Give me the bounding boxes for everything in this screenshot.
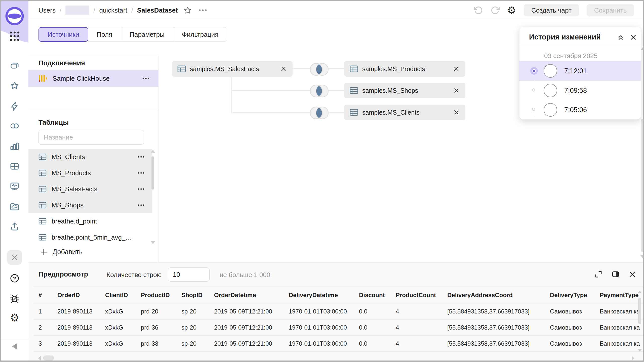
horizontal-scrollbar-thumb[interactable] xyxy=(43,355,54,360)
bug-report-button[interactable] xyxy=(1,292,28,303)
tables-list-scrollbar[interactable] xyxy=(151,149,155,245)
nav-editor[interactable] xyxy=(1,101,28,112)
nav-collections[interactable] xyxy=(1,60,28,71)
nav-export[interactable] xyxy=(1,221,28,233)
dataset-settings-button[interactable]: ⚙ xyxy=(507,5,516,15)
table-item-ms-products[interactable]: MS_Products xyxy=(28,165,152,181)
inner-join-icon[interactable] xyxy=(308,61,331,78)
scrollbar-thumb[interactable] xyxy=(641,119,644,252)
source-node-shops[interactable]: samples.MS_Shops xyxy=(344,83,465,98)
favorite-star-button[interactable] xyxy=(183,6,192,15)
table-more-button[interactable] xyxy=(126,154,146,159)
create-chart-button[interactable]: Создать чарт xyxy=(524,4,579,16)
apps-grid-button[interactable] xyxy=(1,30,28,42)
remove-source-button[interactable] xyxy=(453,65,460,72)
scroll-left-arrow[interactable] xyxy=(38,356,41,360)
scrollbar-thumb[interactable] xyxy=(151,156,154,190)
table-more-button[interactable] xyxy=(126,203,146,208)
close-icon xyxy=(454,66,459,71)
scroll-down-arrow[interactable] xyxy=(640,255,644,258)
row-count-input[interactable] xyxy=(168,267,210,282)
breadcrumb-more-button[interactable] xyxy=(198,9,207,12)
cell: 2019-890113 xyxy=(52,303,100,320)
table-icon xyxy=(38,218,47,225)
cell: 4 xyxy=(391,303,442,320)
remove-source-button[interactable] xyxy=(453,109,460,116)
breadcrumb-users[interactable]: Users xyxy=(38,7,56,14)
add-table-button[interactable]: Добавить xyxy=(38,248,84,256)
chevrons-up-icon xyxy=(617,33,625,41)
scroll-right-arrow[interactable] xyxy=(632,356,634,360)
table-item-ms-salesfacts[interactable]: MS_SalesFacts xyxy=(28,181,152,197)
close-panel-button[interactable] xyxy=(7,250,22,265)
folder-cloud-icon xyxy=(9,201,20,212)
nav-storage[interactable] xyxy=(1,201,28,212)
scroll-up-arrow[interactable] xyxy=(151,150,155,153)
history-entry-1[interactable]: 7:12:01 xyxy=(519,61,641,81)
collections-icon xyxy=(9,60,20,71)
inner-join-icon[interactable] xyxy=(308,104,331,121)
add-table-label: Добавить xyxy=(53,248,83,256)
table-more-button[interactable] xyxy=(126,187,146,192)
scroll-down-arrow[interactable] xyxy=(637,349,642,352)
save-button[interactable]: Сохранить xyxy=(587,4,634,16)
tab-sources[interactable]: Источники xyxy=(38,27,88,42)
scroll-down-arrow[interactable] xyxy=(151,241,155,244)
remove-source-button[interactable] xyxy=(453,87,460,94)
tab-parameters[interactable]: Параметры xyxy=(121,27,173,42)
nav-charts[interactable] xyxy=(1,141,28,152)
scroll-up-arrow[interactable] xyxy=(640,48,644,50)
history-radio-selected[interactable] xyxy=(530,67,538,75)
preview-dock-button[interactable] xyxy=(611,270,620,279)
remove-source-button[interactable] xyxy=(280,65,287,72)
table-item-breathe-d-point[interactable]: breathe.d_point xyxy=(28,213,152,229)
inner-join-icon[interactable] xyxy=(308,82,331,100)
breadcrumb-folder[interactable]: quickstart xyxy=(99,7,127,14)
scroll-up-arrow[interactable] xyxy=(637,291,642,293)
datalens-logo[interactable] xyxy=(1,6,28,26)
ellipsis-icon xyxy=(198,9,207,12)
undo-button[interactable] xyxy=(474,6,483,15)
upload-icon xyxy=(9,221,20,233)
connection-item-sample-clickhouse[interactable]: Sample ClickHouse xyxy=(28,70,158,87)
tab-filtering[interactable]: Фильтрация xyxy=(173,27,227,42)
history-collapse-button[interactable] xyxy=(617,33,625,41)
cell: 1970-01-01T03:00:00 xyxy=(284,336,354,352)
help-button[interactable]: ? xyxy=(1,273,28,284)
nav-favorites[interactable] xyxy=(1,80,28,91)
topbar-actions: ⚙ Создать чарт Сохранить xyxy=(474,4,634,16)
undo-icon xyxy=(474,6,483,15)
cell: 2019-05-09T12:21:00 xyxy=(209,336,284,352)
column-header: ClientID xyxy=(100,287,136,303)
preview-close-button[interactable] xyxy=(628,270,637,279)
table-header-row: # OrderID ClientID ProductID ShopID Orde… xyxy=(33,287,644,303)
nav-tables[interactable] xyxy=(1,161,28,172)
history-radio[interactable] xyxy=(532,108,535,111)
table-item-ms-clients[interactable]: MS_Clients xyxy=(28,149,152,165)
scrollbar-thumb[interactable] xyxy=(638,298,641,324)
tab-fields[interactable]: Поля xyxy=(88,27,121,42)
cell: xDxkG xyxy=(100,320,136,336)
source-node-clients[interactable]: samples.MS_Clients xyxy=(344,105,465,120)
close-icon xyxy=(281,66,286,71)
table-search-input[interactable] xyxy=(38,130,144,145)
connection-more-button[interactable] xyxy=(141,76,151,81)
history-radio[interactable] xyxy=(532,88,535,92)
redo-button[interactable] xyxy=(491,6,500,15)
nav-datasets[interactable] xyxy=(1,120,28,131)
gear-icon: ⚙ xyxy=(10,312,19,323)
history-entry-3[interactable]: 7:05:06 xyxy=(519,100,641,120)
history-close-button[interactable] xyxy=(630,33,637,41)
nav-dashboards[interactable] xyxy=(1,181,28,192)
collapse-sidebar-button[interactable] xyxy=(1,343,28,350)
table-item-breathe-point-5min[interactable]: breathe.point_5min_avg_mos_s... xyxy=(28,229,152,245)
column-header: PaymentType xyxy=(595,287,644,303)
history-entry-2[interactable]: 7:09:58 xyxy=(519,81,641,100)
breadcrumb-redacted[interactable] xyxy=(65,6,89,15)
source-node-products[interactable]: samples.MS_Products xyxy=(344,61,465,77)
preview-expand-button[interactable] xyxy=(594,270,603,279)
source-node-salesfacts[interactable]: samples.MS_SalesFacts xyxy=(172,61,293,77)
table-item-ms-shops[interactable]: MS_Shops xyxy=(28,197,152,213)
settings-button[interactable]: ⚙ xyxy=(1,312,28,323)
table-more-button[interactable] xyxy=(126,170,146,175)
